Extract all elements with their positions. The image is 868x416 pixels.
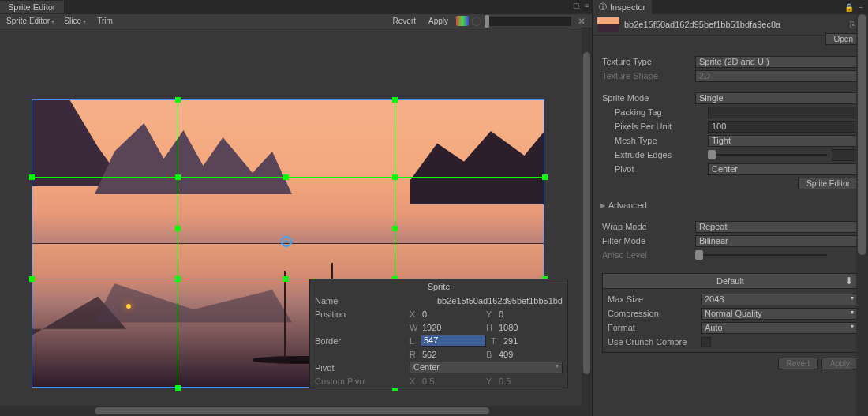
sprite-details-panel: Sprite Name bb2e15f50ad162d95bef1bb51bd … xyxy=(309,279,568,388)
max-size-dropdown[interactable]: 2048 xyxy=(701,294,858,305)
aniso-slider: 1 xyxy=(695,249,863,261)
download-icon[interactable]: ⬇ xyxy=(845,275,853,287)
texture-type-label: Texture Type xyxy=(602,57,695,66)
texture-type-dropdown[interactable]: Sprite (2D and UI) xyxy=(695,56,863,68)
advanced-foldout[interactable]: ▶ Advanced xyxy=(597,199,863,212)
handle[interactable] xyxy=(175,174,181,180)
extrude-label: Extrude Edges xyxy=(615,150,708,159)
handle[interactable] xyxy=(392,226,398,231)
border-r[interactable]: 562 xyxy=(421,350,486,359)
handle[interactable] xyxy=(175,276,181,282)
handle[interactable] xyxy=(175,385,181,391)
tab-sprite-editor[interactable]: Sprite Editor xyxy=(0,1,65,13)
lock-icon[interactable]: 🔒 xyxy=(844,3,859,12)
sprite-editor-button[interactable]: Sprite Editor xyxy=(798,178,859,189)
pivot-dropdown[interactable]: Center xyxy=(708,163,863,175)
inspector-tab-bar: ⓘ Inspector 🔒 ≡ xyxy=(593,0,868,14)
asset-thumbnail xyxy=(597,17,619,32)
compression-dropdown[interactable]: Normal Quality xyxy=(701,308,858,320)
border-label: Border xyxy=(315,336,410,346)
ppu-input[interactable]: 100 xyxy=(708,121,863,133)
crunch-label: Use Crunch Compre xyxy=(608,337,701,347)
name-label: Name xyxy=(315,296,410,305)
name-value[interactable]: bb2e15f50ad162d95bef1bb51bd xyxy=(410,296,563,305)
inspector-panel: ⓘ Inspector 🔒 ≡ bb2e15f50ad162d95bef1bb5… xyxy=(592,0,868,416)
v-scrollbar[interactable] xyxy=(582,28,592,406)
handle[interactable] xyxy=(392,97,398,103)
editor-toolbar: Sprite Editor Slice Trim Revert Apply ✕ xyxy=(0,14,592,28)
info-icon: ⓘ xyxy=(599,2,607,13)
mesh-type-dropdown[interactable]: Tight xyxy=(708,135,863,147)
asset-header: bb2e15f50ad162d95bef1bb51bdfa9ec8a ⎘ ? xyxy=(593,14,868,36)
pos-h[interactable]: 1080 xyxy=(497,323,563,332)
position-label: Position xyxy=(315,309,410,319)
handle[interactable] xyxy=(392,174,398,180)
sprite-mode-dropdown[interactable]: Single xyxy=(695,92,863,104)
alpha-circle-icon[interactable] xyxy=(472,17,481,26)
handle[interactable] xyxy=(283,276,289,282)
asset-name: bb2e15f50ad162d95bef1bb51bdfa9ec8a xyxy=(624,20,845,29)
filter-mode-dropdown[interactable]: Bilinear xyxy=(695,235,863,247)
revert-button[interactable]: Revert xyxy=(388,16,421,26)
aniso-label: Aniso Level xyxy=(602,250,695,260)
editor-tab-bar: Sprite Editor xyxy=(0,0,592,14)
apply-button[interactable]: Apply xyxy=(424,16,453,26)
wrap-mode-dropdown[interactable]: Repeat xyxy=(695,221,863,233)
alpha-slider[interactable] xyxy=(485,17,571,26)
pos-x[interactable]: 0 xyxy=(421,309,486,319)
ppu-label: Pixels Per Unit xyxy=(615,122,708,131)
platform-tabs[interactable]: Default ⬇ xyxy=(602,273,859,289)
handle[interactable] xyxy=(29,174,35,180)
window-menu-icon[interactable]: ≡ xyxy=(585,2,589,9)
format-dropdown[interactable]: Auto xyxy=(701,322,858,334)
texture-shape-dropdown: 2D xyxy=(695,70,863,82)
slice-dropdown[interactable]: Slice xyxy=(61,16,89,26)
rgb-toggle-icon[interactable] xyxy=(456,16,469,26)
inspector-body: Texture Type Sprite (2D and UI) Texture … xyxy=(593,36,868,379)
close-icon[interactable]: ✕ xyxy=(574,16,589,27)
asset-bundle-icon[interactable]: ⎘ xyxy=(850,20,855,29)
pivot-label: Pivot xyxy=(315,363,410,373)
sprite-mode-label: Sprite Mode xyxy=(602,93,695,103)
pos-w[interactable]: 1920 xyxy=(421,323,486,332)
panel-title: Sprite xyxy=(310,279,567,294)
window-controls: ▢ ≡ xyxy=(573,2,589,9)
chevron-right-icon: ▶ xyxy=(600,202,605,209)
handle[interactable] xyxy=(29,276,35,282)
inspector-scrollbar[interactable] xyxy=(856,14,868,416)
filter-mode-label: Filter Mode xyxy=(602,236,695,245)
inspector-apply-button[interactable]: Apply xyxy=(821,358,859,369)
mode-dropdown[interactable]: Sprite Editor xyxy=(3,16,58,26)
inspector-revert-button[interactable]: Revert xyxy=(778,358,818,369)
panel-menu-icon[interactable]: ≡ xyxy=(859,2,868,12)
handle[interactable] xyxy=(175,226,181,231)
texture-shape-label: Texture Shape xyxy=(602,71,695,81)
handle[interactable] xyxy=(175,97,181,103)
trim-button[interactable]: Trim xyxy=(92,16,118,26)
cpivot-y: 0.5 xyxy=(497,377,563,386)
cpivot-x: 0.5 xyxy=(421,377,486,386)
border-t[interactable]: 291 xyxy=(502,336,563,346)
pivot-handle[interactable] xyxy=(281,236,292,247)
h-scrollbar[interactable] xyxy=(0,406,592,416)
handle[interactable] xyxy=(283,174,289,180)
pivot-label: Pivot xyxy=(615,164,708,174)
crunch-checkbox[interactable] xyxy=(701,337,711,347)
extrude-slider[interactable]: 1 xyxy=(708,149,863,161)
border-l-input[interactable]: 547 xyxy=(421,335,486,347)
pivot-dropdown[interactable]: Center xyxy=(410,362,563,373)
border-line-left[interactable] xyxy=(178,99,178,388)
border-b[interactable]: 409 xyxy=(497,350,563,359)
packing-tag-input[interactable] xyxy=(708,107,863,118)
pos-y[interactable]: 0 xyxy=(497,309,563,319)
custom-pivot-label: Custom Pivot xyxy=(315,377,410,386)
packing-tag-label: Packing Tag xyxy=(615,107,708,117)
wrap-mode-label: Wrap Mode xyxy=(602,222,695,231)
handle[interactable] xyxy=(542,174,548,180)
sprite-editor-panel: ▢ ≡ Sprite Editor Sprite Editor Slice Tr… xyxy=(0,0,592,416)
mesh-type-label: Mesh Type xyxy=(615,136,708,145)
canvas-area[interactable]: Sprite Name bb2e15f50ad162d95bef1bb51bd … xyxy=(0,28,592,416)
max-size-label: Max Size xyxy=(608,294,701,304)
window-detach-icon[interactable]: ▢ xyxy=(573,2,580,9)
tab-inspector[interactable]: ⓘ Inspector xyxy=(593,0,652,14)
